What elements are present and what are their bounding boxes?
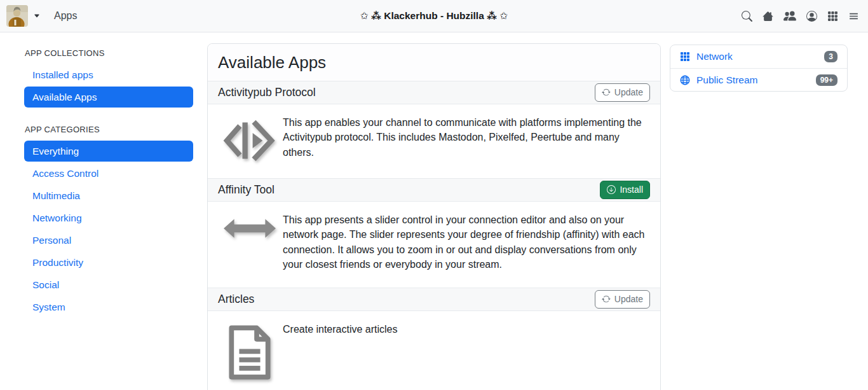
app-section-affinity-tool: Affinity Tool Install This app presents … [208,178,660,288]
app-section-body: This app presents a slider control in yo… [208,202,660,288]
app-collections-group: APP COLLECTIONS Installed appsAvailable … [24,48,193,108]
install-icon [607,185,616,194]
page-title: Available Apps [218,52,650,73]
app-section-body: This app enables your channel to communi… [208,104,660,178]
top-navbar: Apps ✩ ⁂ Klackerhub - Hubzilla ⁂ ✩ [0,0,868,32]
panel-header: Available Apps [208,44,660,81]
count-badge: 3 [824,51,837,62]
app-description: Create interactive articles [281,322,650,380]
sidebar-item-networking[interactable]: Networking [24,207,193,228]
sidebar-item-access-control[interactable]: Access Control [24,163,193,184]
home-icon[interactable] [763,11,773,22]
right-panel-item-public-stream[interactable]: Public Stream 99+ [670,68,847,91]
app-title: Articles [218,293,254,306]
account-icon[interactable] [806,11,817,22]
sidebar-item-system[interactable]: System [24,296,193,317]
sidebar-item-everything[interactable]: Everything [24,141,193,162]
site-title: ✩ ⁂ Klackerhub - Hubzilla ⁂ ✩ [360,10,508,22]
right-panel-label: Network [696,51,824,62]
left-sidebar: APP COLLECTIONS Installed appsAvailable … [24,48,193,335]
app-section-header: Activitypub Protocol Update [208,81,660,104]
app-section-articles: Articles Update Create interactive artic… [208,288,660,390]
double-arrow-icon [218,212,281,272]
search-icon[interactable] [742,11,752,22]
sidebar-item-multimedia[interactable]: Multimedia [24,185,193,206]
sidebar-item-productivity[interactable]: Productivity [24,252,193,273]
app-title: Activitypub Protocol [218,86,316,99]
user-avatar[interactable] [6,5,28,27]
globe-icon [680,75,690,85]
app-section-body: Create interactive articles [208,311,660,390]
update-button[interactable]: Update [595,83,650,102]
app-section-header: Affinity Tool Install [208,178,660,202]
app-title: Affinity Tool [218,183,275,197]
navbar-icons [742,10,859,22]
document-icon [218,322,281,380]
app-sections: Activitypub Protocol Update This app ena… [208,81,660,390]
apps-grid-icon[interactable] [827,11,838,22]
sidebar-item-personal[interactable]: Personal [24,230,193,251]
caret-down-icon[interactable] [34,13,40,19]
right-panel-label: Public Stream [696,74,816,86]
update-button[interactable]: Update [595,290,650,309]
app-description: This app presents a slider control in yo… [281,212,650,272]
sidebar-item-installed-apps[interactable]: Installed apps [24,64,193,85]
people-icon[interactable] [783,10,796,22]
app-section-header: Articles Update [208,288,660,311]
app-collections-heading: APP COLLECTIONS [25,48,193,58]
sidebar-item-available-apps[interactable]: Available Apps [24,87,193,108]
app-section-activitypub-protocol: Activitypub Protocol Update This app ena… [208,81,660,178]
right-sidebar: Network 3 Public Stream 99+ [670,45,848,92]
app-collections-list: Installed appsAvailable Apps [24,64,193,108]
activitypub-icon [218,115,281,163]
app-description: This app enables your channel to communi… [281,115,650,163]
count-badge: 99+ [816,74,837,86]
app-categories-group: APP CATEGORIES EverythingAccess ControlM… [24,125,193,317]
refresh-icon [602,88,611,97]
install-button[interactable]: Install [600,181,650,199]
refresh-icon [602,295,611,303]
grid-icon [680,52,690,62]
right-panel-item-network[interactable]: Network 3 [670,45,847,68]
app-categories-list: EverythingAccess ControlMultimediaNetwor… [24,141,193,317]
available-apps-panel: Available Apps Activitypub Protocol Upda… [207,43,661,390]
app-categories-heading: APP CATEGORIES [25,125,193,134]
sidebar-item-social[interactable]: Social [24,274,193,295]
channel-menu: Apps [6,5,77,27]
menu-icon[interactable] [848,11,859,22]
nav-apps-link[interactable]: Apps [54,10,77,22]
